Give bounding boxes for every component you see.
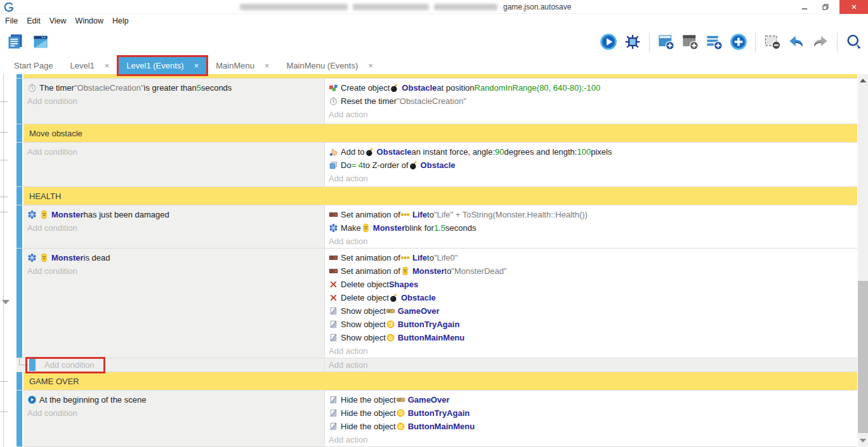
undo-button[interactable]: [786, 32, 806, 53]
title-redacted-text: [353, 4, 429, 10]
tab-bar: Start PageLevel1×Level1 (Events)×MainMen…: [0, 57, 868, 74]
actions-cell: Add to Obstacle an instant force, angle:…: [324, 143, 857, 186]
add-action-button[interactable]: Add action: [329, 358, 367, 372]
minimize-button[interactable]: [795, 0, 814, 14]
scroll-up-arrow-icon[interactable]: [858, 75, 868, 86]
action-line[interactable]: Show object ButtonTryAgain: [329, 318, 853, 331]
add-action-button[interactable]: Add action: [329, 172, 853, 185]
tab-level1-events[interactable]: Level1 (Events)×: [119, 57, 206, 74]
close-tab-icon[interactable]: ×: [265, 61, 270, 70]
action-line[interactable]: Hide the object ButtonMainMenu: [329, 420, 853, 433]
delete-event-button[interactable]: [762, 32, 782, 53]
action-line[interactable]: Set animation of Life to "Life" + ToStri…: [329, 208, 853, 221]
maximize-button[interactable]: [816, 0, 835, 14]
search-button[interactable]: [844, 32, 864, 53]
scene-editor-icon: [32, 33, 49, 53]
tab-mainmenu[interactable]: MainMenu×: [208, 57, 277, 74]
event-selection-bar[interactable]: [16, 249, 22, 358]
text-segment: 90: [495, 147, 504, 157]
add-comment-button[interactable]: [704, 32, 725, 53]
fold-arrow-icon[interactable]: [2, 300, 10, 304]
toolbar-right-group: [598, 28, 864, 57]
close-button[interactable]: [839, 0, 868, 14]
menu-item-edit[interactable]: Edit: [27, 16, 41, 25]
comment-row[interactable]: GAME OVER: [16, 372, 857, 391]
tab-label: Level1 (Events): [126, 61, 183, 70]
add-condition-button[interactable]: Add condition: [27, 145, 320, 159]
monster-icon: [39, 253, 49, 262]
tab-label: Start Page: [14, 61, 53, 70]
close-tab-icon[interactable]: ×: [368, 61, 373, 70]
comment-row[interactable]: HEALTH: [16, 187, 857, 205]
menu-item-help[interactable]: Help: [112, 16, 129, 25]
tab-level1[interactable]: Level1×: [62, 57, 117, 74]
menu-item-file[interactable]: File: [5, 16, 18, 25]
close-tab-icon[interactable]: ×: [194, 61, 199, 70]
project-manager-icon: [6, 33, 24, 53]
event-tree-tick: [0, 411, 8, 412]
action-line[interactable]: Hide the object ButtonTryAgain: [329, 406, 853, 420]
play-button[interactable]: [598, 32, 619, 53]
action-line[interactable]: Reset the timer "ObstacleCreation": [329, 94, 853, 108]
obstacle-bomb-icon: [365, 147, 374, 157]
close-tab-icon[interactable]: ×: [105, 61, 110, 70]
action-line[interactable]: Show object GameOver: [329, 304, 853, 318]
add-event-button[interactable]: [656, 32, 676, 53]
behavior-icon: [329, 223, 338, 233]
condition-line[interactable]: Monster has just been damaged: [27, 208, 320, 221]
toolbar-separator: [649, 33, 650, 52]
event-selection-bar[interactable]: [16, 391, 22, 446]
add-action-button[interactable]: Add action: [329, 344, 853, 358]
add-condition-button[interactable]: Add condition: [44, 358, 95, 372]
action-line[interactable]: Set animation of Life to "Life0": [329, 251, 853, 264]
scene-editor-button[interactable]: [30, 32, 51, 53]
action-line[interactable]: Delete object Shapes: [329, 278, 853, 291]
menu-item-window[interactable]: Window: [76, 16, 103, 25]
vertical-scrollbar[interactable]: [858, 74, 868, 447]
condition-line[interactable]: The timer "ObstacleCreation" is greater …: [27, 81, 320, 94]
add-subevent-button[interactable]: [680, 32, 700, 53]
add-condition-button[interactable]: Add condition: [27, 264, 320, 278]
text-segment: The timer: [39, 83, 74, 93]
comment-row[interactable]: Move obstacle: [16, 124, 857, 143]
text-segment: GameOver: [398, 306, 440, 316]
redo-button[interactable]: [810, 32, 831, 53]
event-selection-bar[interactable]: [16, 124, 22, 142]
action-line[interactable]: Show object ButtonMainMenu: [329, 331, 853, 344]
comment-body: [23, 74, 857, 78]
scene-start-icon: [27, 395, 37, 405]
tab-start-page[interactable]: Start Page: [6, 57, 60, 74]
add-condition-button[interactable]: Add condition: [27, 406, 320, 420]
add-action-button[interactable]: Add action: [329, 433, 853, 446]
action-line[interactable]: Make Monster blink for 1.5 seconds: [329, 221, 853, 235]
scroll-down-arrow-icon[interactable]: [858, 436, 868, 446]
scrollbar-thumb[interactable]: [858, 281, 868, 433]
add-action-button[interactable]: Add action: [329, 235, 853, 248]
conditions-cell: Add condition: [23, 143, 324, 186]
condition-line[interactable]: Monster is dead: [27, 251, 320, 264]
action-line[interactable]: Do = 4 to Z-order of Obstacle: [329, 159, 853, 172]
debug-button[interactable]: [622, 32, 643, 53]
event-selection-bar[interactable]: [16, 187, 22, 205]
add-condition-button[interactable]: Add condition: [27, 94, 320, 108]
menu-item-view[interactable]: View: [49, 16, 67, 25]
event-selection-bar[interactable]: [29, 359, 36, 371]
event-selection-bar[interactable]: [16, 205, 22, 248]
add-condition-button[interactable]: Add condition: [27, 221, 320, 235]
event-tree-tick: [0, 212, 8, 212]
project-manager-button[interactable]: [5, 32, 25, 53]
action-line[interactable]: Delete object Obstacle: [329, 291, 853, 304]
event-selection-bar[interactable]: [16, 372, 22, 390]
tab-mainmenu-events[interactable]: MainMenu (Events)×: [279, 57, 381, 74]
action-line[interactable]: Create object Obstacle at position Rando…: [329, 81, 853, 94]
event-selection-bar[interactable]: [16, 79, 22, 124]
action-line[interactable]: Add to Obstacle an instant force, angle:…: [329, 145, 853, 159]
add-action-button[interactable]: Add action: [329, 108, 853, 121]
action-line[interactable]: Hide the object GameOver: [329, 393, 853, 406]
condition-line[interactable]: At the beginning of the scene: [27, 393, 320, 406]
event-selection-bar[interactable]: [16, 143, 22, 186]
event-selection-bar[interactable]: [16, 74, 22, 78]
add-new-button[interactable]: [728, 32, 749, 53]
add-subevent-icon: [681, 33, 699, 53]
action-line[interactable]: Set animation of Monster to "MonsterDead…: [329, 264, 853, 278]
